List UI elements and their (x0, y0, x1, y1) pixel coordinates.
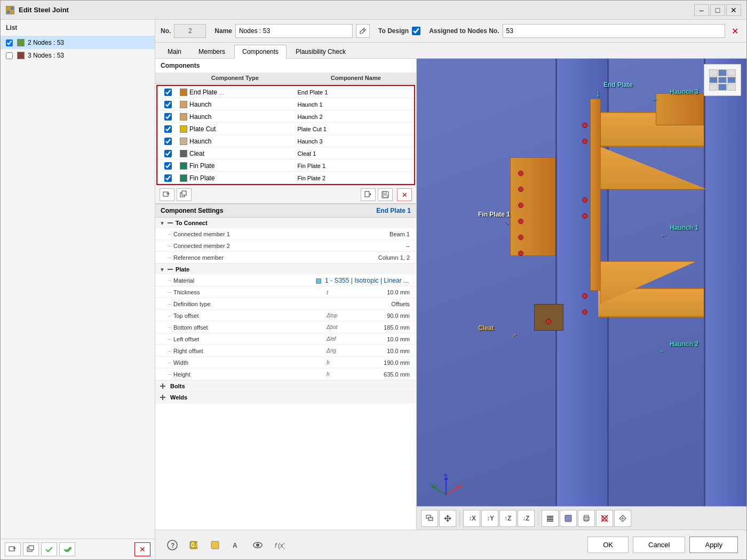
component-row-5[interactable]: Cleat Cleat 1 (157, 147, 414, 159)
svg-rect-8 (29, 546, 34, 550)
ok-button[interactable]: OK (587, 537, 629, 553)
name-input[interactable] (235, 24, 353, 38)
component-row-0[interactable]: End Plate ... End Plate 1 (157, 86, 414, 98)
right-area: No. Name To Design Assigned to Nodes No. (155, 20, 746, 559)
thickness-symbol: t (327, 289, 348, 295)
comp-color-3 (180, 125, 187, 133)
duplicate-node-button[interactable] (23, 542, 39, 556)
connect-row-0: – Connected member 1 Beam 1 (155, 228, 416, 240)
t3d-view-z-neg-button[interactable]: ↓Z (518, 510, 535, 527)
svg-rect-19 (383, 195, 387, 197)
welds-label: Welds (170, 394, 187, 401)
tab-components[interactable]: Components (234, 45, 287, 59)
component-row-3[interactable]: Plate Cut Plate Cut 1 (157, 123, 414, 135)
tab-plausibility[interactable]: Plausibility Check (288, 45, 354, 58)
svg-rect-10 (163, 192, 168, 196)
t3d-select-button[interactable] (421, 510, 438, 527)
group-connect-header[interactable]: ▼ To Connect (155, 218, 416, 228)
name-edit-button[interactable] (356, 24, 370, 38)
svg-rect-14 (182, 191, 186, 195)
component-row-6[interactable]: Fin Plate Fin Plate 1 (157, 159, 414, 172)
th-type: Component Type (174, 73, 296, 83)
comp-check-3[interactable] (164, 125, 172, 133)
assigned-clear-button[interactable]: ✕ (728, 25, 741, 37)
t3d-solid-button[interactable] (560, 510, 577, 527)
svg-point-68 (256, 543, 259, 547)
minus-icon (167, 220, 173, 226)
plate-row-material[interactable]: – Material 1 - S355 | Isotropic | Linear… (155, 275, 416, 286)
comp-check-1[interactable] (164, 101, 172, 108)
node-item-3[interactable]: 3 Nodes : 53 (1, 49, 155, 62)
comp-save-button[interactable] (378, 188, 393, 201)
component-row-7[interactable]: Fin Plate Fin Plate 2 (157, 172, 414, 184)
plate-row-width: – Width b 190.0 mm (155, 357, 416, 369)
node-label-3: 3 Nodes : 53 (28, 52, 64, 59)
t3d-layer-button[interactable] (542, 510, 559, 527)
label-haunch2: Haunch 2 (670, 340, 698, 348)
comp-name-1: Haunch 1 (296, 100, 414, 109)
comp-duplicate-button[interactable] (177, 188, 192, 201)
comp-add-button[interactable] (160, 188, 174, 201)
comp-name-2: Haunch 2 (296, 112, 414, 122)
t3d-reset-button[interactable] (596, 510, 613, 527)
component-row-1[interactable]: Haunch Haunch 1 (157, 98, 414, 110)
t3d-move-button[interactable] (439, 510, 456, 527)
check2-button[interactable] (59, 542, 75, 556)
maximize-button[interactable]: □ (710, 4, 725, 16)
component-row-2[interactable]: Haunch Haunch 2 (157, 110, 414, 123)
plus-icon-welds (160, 394, 166, 401)
text-button[interactable]: A (228, 537, 245, 554)
help-button[interactable]: ? (164, 537, 181, 554)
tab-members[interactable]: Members (190, 45, 233, 58)
component-row-4[interactable]: Haunch Haunch 3 (157, 135, 414, 147)
comp-check-7[interactable] (164, 174, 172, 182)
comp-import-button[interactable] (361, 188, 376, 201)
welds-row[interactable]: Welds (155, 392, 416, 403)
comp-color-1 (180, 101, 187, 108)
eye-button[interactable] (249, 537, 266, 554)
no-input[interactable] (174, 24, 206, 38)
to-design-checkbox[interactable] (412, 27, 420, 35)
t3d-view-x-button[interactable]: ↕X (463, 510, 480, 527)
node-item-2[interactable]: 2 Nodes : 53 (1, 36, 155, 49)
comp-check-0[interactable] (164, 89, 172, 96)
t3d-print-button[interactable] (578, 510, 595, 527)
check-button[interactable] (41, 542, 57, 556)
svg-rect-4 (9, 547, 14, 551)
label-haunch1: Haunch 1 (670, 224, 698, 231)
node-checkbox-3[interactable] (6, 52, 13, 59)
minimize-button[interactable]: – (694, 4, 709, 16)
t3d-expand-button[interactable] (614, 510, 631, 527)
svg-text:↑Z: ↑Z (504, 515, 511, 522)
label-end-plate: End Plate (603, 81, 633, 89)
group-plate-header[interactable]: ▼ Plate (155, 264, 416, 275)
plate-row-deftype: – Definition type Offsets (155, 298, 416, 310)
color-button[interactable] (206, 537, 224, 554)
comp-check-5[interactable] (164, 150, 172, 157)
value-button[interactable]: 0.00 (185, 537, 202, 554)
comp-check-2[interactable] (164, 113, 172, 121)
main-window: Edit Steel Joint – □ ✕ List 2 Nodes : 53… (0, 0, 747, 560)
svg-rect-25 (162, 395, 163, 400)
node-checkbox-2[interactable] (6, 39, 13, 46)
comp-check-6[interactable] (164, 162, 172, 170)
tab-main[interactable]: Main (160, 45, 189, 58)
t3d-view-y-button[interactable]: ↕Y (481, 510, 498, 527)
bolts-row[interactable]: Bolts (155, 381, 416, 392)
svg-marker-40 (446, 520, 449, 522)
add-node-button[interactable] (5, 542, 21, 556)
delete-node-button[interactable]: ✕ (134, 542, 150, 556)
comp-delete-button[interactable]: ✕ (397, 188, 412, 201)
assigned-input[interactable] (503, 24, 726, 38)
haunch-3-3d (656, 93, 704, 125)
comp-check-4[interactable] (164, 138, 172, 145)
comp-type-label-0: End Plate (189, 89, 217, 96)
svg-rect-65 (211, 541, 219, 549)
cancel-button[interactable]: Cancel (633, 537, 685, 553)
close-button[interactable]: ✕ (726, 4, 741, 16)
apply-button[interactable]: Apply (689, 537, 738, 553)
formula-button[interactable]: f(x) (271, 537, 288, 554)
t3d-view-z-button[interactable]: ↑Z (499, 510, 516, 527)
view-3d[interactable]: End Plate ↓ Haunch 3 ← Fin Plate 1 → Hau… (417, 59, 746, 530)
comp-type-label-7: Fin Plate (189, 174, 214, 182)
